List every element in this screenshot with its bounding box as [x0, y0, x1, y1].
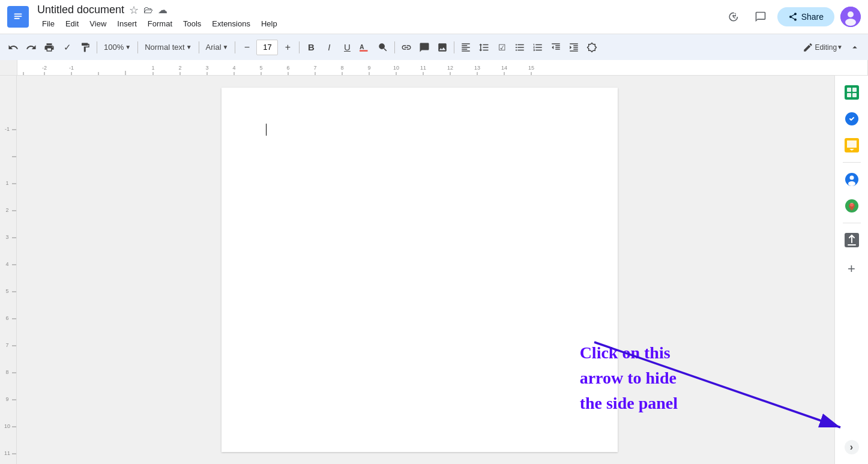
svg-text:10: 10 [4, 423, 10, 429]
comments-icon[interactable] [750, 6, 771, 28]
svg-rect-77 [852, 88, 857, 92]
svg-text:7: 7 [313, 65, 316, 71]
menu-insert[interactable]: Insert [112, 17, 142, 31]
sep3 [199, 41, 199, 53]
svg-text:6: 6 [286, 65, 289, 71]
font-size-decrease[interactable]: − [238, 38, 255, 56]
svg-rect-8 [360, 50, 368, 51]
checklist-button[interactable]: ☑ [493, 38, 510, 56]
editing-mode-button[interactable]: Editing ▼ [800, 38, 845, 56]
italic-button[interactable]: I [321, 38, 337, 56]
svg-rect-2 [14, 16, 22, 17]
font-size-input[interactable] [256, 40, 278, 55]
svg-text:4: 4 [5, 261, 8, 267]
collapse-toolbar-button[interactable] [846, 38, 863, 56]
menu-format[interactable]: Format [143, 17, 177, 31]
sep4 [235, 41, 235, 53]
svg-text:5: 5 [5, 288, 8, 294]
svg-text:3: 3 [5, 234, 8, 240]
numbering-button[interactable] [529, 38, 546, 56]
share-label: Share [801, 12, 824, 22]
highlight-button[interactable] [375, 38, 391, 56]
add-panel-icon[interactable]: + [840, 257, 864, 281]
tasks-panel-icon[interactable] [840, 107, 864, 131]
bold-button[interactable]: B [303, 38, 319, 56]
menu-tools[interactable]: Tools [178, 17, 206, 31]
maps-panel-icon[interactable] [840, 194, 864, 218]
print-button[interactable] [41, 38, 58, 56]
comment-button[interactable] [416, 38, 433, 56]
share-button[interactable]: Share [777, 7, 834, 26]
contacts-panel-icon[interactable] [840, 167, 864, 191]
svg-rect-78 [847, 93, 851, 97]
side-divider-1 [843, 162, 861, 163]
title-area: Untitled document ☆ 🗁 ☁ File Edit View I… [37, 4, 717, 31]
doc-icon [7, 6, 29, 28]
menu-extensions[interactable]: Extensions [207, 17, 255, 31]
paint-format-button[interactable] [77, 38, 94, 56]
svg-rect-47 [0, 76, 17, 464]
ruler: -2 -1 1 2 3 4 5 6 7 8 [0, 60, 868, 76]
svg-text:5: 5 [259, 65, 262, 71]
font-color-button[interactable]: A [357, 38, 373, 56]
style-value: Normal text [145, 43, 184, 52]
font-value: Arial [206, 43, 222, 52]
svg-text:8: 8 [5, 369, 8, 375]
undo-button[interactable] [5, 38, 22, 56]
editing-label: Editing [815, 43, 837, 52]
line-spacing-button[interactable] [475, 38, 492, 56]
zoom-dropdown[interactable]: 100% ▼ [100, 38, 134, 56]
menu-edit[interactable]: Edit [61, 17, 83, 31]
align-button[interactable] [457, 38, 474, 56]
sheets-panel-icon[interactable] [840, 80, 864, 104]
panel-toggle-button[interactable]: › [845, 440, 859, 454]
svg-rect-79 [852, 93, 857, 97]
redo-button[interactable] [23, 38, 40, 56]
svg-text:3: 3 [205, 65, 208, 71]
indent-decrease-button[interactable] [547, 38, 564, 56]
zoom-chevron: ▼ [125, 44, 131, 50]
doc-title[interactable]: Untitled document [37, 4, 124, 16]
history-icon[interactable] [722, 6, 744, 28]
menu-file[interactable]: File [37, 17, 59, 31]
svg-text:-2: -2 [42, 65, 47, 71]
menu-bar: File Edit View Insert Format Tools Exten… [37, 17, 717, 31]
font-size-increase[interactable]: + [279, 38, 296, 56]
svg-text:8: 8 [340, 65, 343, 71]
svg-text:2: 2 [178, 65, 181, 71]
sep5 [299, 41, 300, 53]
svg-point-83 [849, 176, 854, 180]
style-dropdown[interactable]: Normal text ▼ [141, 38, 195, 56]
image-button[interactable] [434, 38, 451, 56]
editing-chevron: ▼ [837, 44, 843, 50]
style-chevron: ▼ [186, 44, 192, 50]
link-button[interactable] [398, 38, 415, 56]
spellcheck-button[interactable]: ✓ [59, 38, 76, 56]
svg-text:9: 9 [5, 396, 8, 402]
cloud-icon[interactable]: ☁ [158, 4, 167, 16]
star-icon[interactable]: ☆ [129, 4, 139, 17]
bullets-button[interactable] [511, 38, 528, 56]
ruler-main: -2 -1 1 2 3 4 5 6 7 8 [17, 60, 868, 75]
chat-panel-icon[interactable] [840, 133, 864, 157]
indent-increase-button[interactable] [565, 38, 582, 56]
sep2 [137, 41, 138, 53]
toolbar: ✓ 100% ▼ Normal text ▼ Arial ▼ − + B I U… [0, 34, 868, 60]
sep6 [394, 41, 395, 53]
svg-text:13: 13 [474, 65, 480, 71]
underline-button[interactable]: U [339, 38, 355, 56]
svg-text:4: 4 [232, 65, 235, 71]
menu-help[interactable]: Help [256, 17, 282, 31]
svg-rect-76 [847, 88, 851, 92]
avatar[interactable] [840, 7, 861, 27]
forward-panel-icon[interactable] [840, 228, 864, 252]
document-area[interactable]: Click on this arrow to hide the side pan… [17, 76, 834, 464]
main-area: -1 1 2 3 4 5 6 7 8 9 [0, 76, 868, 464]
svg-text:1: 1 [5, 180, 8, 186]
folder-icon[interactable]: 🗁 [143, 5, 153, 16]
document-page[interactable]: Click on this arrow to hide the side pan… [222, 88, 618, 452]
clear-format-button[interactable] [583, 38, 600, 56]
text-cursor [266, 124, 267, 136]
menu-view[interactable]: View [85, 17, 111, 31]
font-dropdown[interactable]: Arial ▼ [202, 38, 232, 56]
